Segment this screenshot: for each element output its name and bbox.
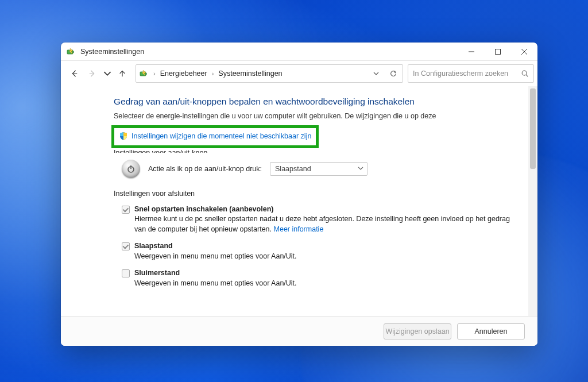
sleep-checkbox[interactable] (122, 242, 130, 250)
hibernate-desc: Weergeven in menu menu met opties voor A… (134, 279, 297, 287)
close-button[interactable] (511, 43, 537, 60)
maximize-button[interactable] (485, 43, 511, 60)
power-icon (122, 160, 140, 178)
back-button[interactable] (65, 65, 83, 82)
admin-settings-link[interactable]: Instellingen wijzigen die momenteel niet… (131, 132, 311, 140)
sleep-desc: Weergeven in menu menu met opties voor A… (134, 252, 297, 260)
more-info-link[interactable]: Meer informatie (274, 225, 324, 233)
hibernate-title: Sluimerstand (134, 269, 180, 277)
power-button-action-value: Slaapstand (275, 165, 311, 173)
chevron-right-icon: › (152, 70, 157, 77)
toolbar: › Energiebeheer › Systeeminstellingen In… (61, 61, 537, 86)
admin-settings-link-highlight: Instellingen wijzigen die momenteel niet… (111, 125, 319, 148)
minimize-button[interactable] (458, 43, 485, 60)
fast-startup-option: Snel opstarten inschakelen (aanbevolen) … (122, 204, 512, 235)
titlebar: Systeeminstellingen (61, 43, 537, 61)
power-button-label: Actie als ik op de aan/uit-knop druk: (148, 165, 262, 173)
fast-startup-title: Snel opstarten inschakelen (aanbevolen) (134, 205, 273, 213)
breadcrumb-item-systeeminstellingen[interactable]: Systeeminstellingen (218, 70, 282, 78)
power-button-action-select[interactable]: Slaapstand (270, 162, 368, 176)
svg-rect-1 (73, 51, 74, 53)
footer: Wijzigingen opslaan Annuleren (61, 316, 537, 346)
chevron-down-icon (358, 165, 363, 173)
cancel-button[interactable]: Annuleren (457, 323, 525, 339)
forward-button[interactable] (84, 65, 101, 82)
search-icon (521, 70, 529, 78)
breadcrumb-item-energiebeheer[interactable]: Energiebeheer (160, 70, 207, 78)
hibernate-checkbox[interactable] (122, 269, 130, 277)
sleep-option: Slaapstand Weergeven in menu menu met op… (122, 241, 512, 261)
scrollbar-thumb[interactable] (530, 88, 536, 169)
search-input[interactable]: In Configuratiescherm zoeken (408, 64, 534, 83)
up-button[interactable] (114, 65, 131, 82)
refresh-button[interactable] (386, 67, 400, 80)
search-placeholder: In Configuratiescherm zoeken (413, 70, 521, 78)
power-button-action-row: Actie als ik op de aan/uit-knop druk: Sl… (122, 160, 512, 178)
svg-rect-3 (496, 49, 501, 54)
scrollbar[interactable] (528, 86, 537, 316)
content-area: Gedrag van aan/uit-knoppen bepalen en wa… (61, 86, 537, 316)
control-panel-window: Systeeminstellingen (61, 43, 537, 346)
page-title: Gedrag van aan/uit-knoppen bepalen en wa… (114, 97, 512, 107)
breadcrumb[interactable]: › Energiebeheer › Systeeminstellingen (136, 64, 403, 83)
svg-line-12 (526, 75, 528, 76)
shutdown-section-label: Instellingen voor afsluiten (114, 190, 512, 198)
breadcrumb-icon (140, 69, 149, 78)
fast-startup-checkbox[interactable] (122, 206, 130, 214)
power-button-section-label: Instellingen voor aan/uit-knop (114, 147, 512, 153)
app-icon (67, 47, 76, 56)
window-title: Systeeminstellingen (80, 48, 458, 56)
breadcrumb-dropdown-button[interactable] (369, 67, 383, 80)
svg-point-11 (522, 71, 527, 75)
svg-rect-10 (146, 73, 147, 75)
window-controls (458, 43, 537, 60)
sleep-title: Slaapstand (134, 242, 173, 250)
chevron-right-icon: › (211, 70, 215, 77)
shield-icon (119, 132, 128, 141)
hibernate-option: Sluimerstand Weergeven in menu menu met … (122, 268, 512, 288)
recent-locations-button[interactable] (102, 65, 113, 82)
page-description: Selecteer de energie-instellingen die u … (114, 111, 481, 121)
save-button[interactable]: Wijzigingen opslaan (384, 323, 451, 339)
